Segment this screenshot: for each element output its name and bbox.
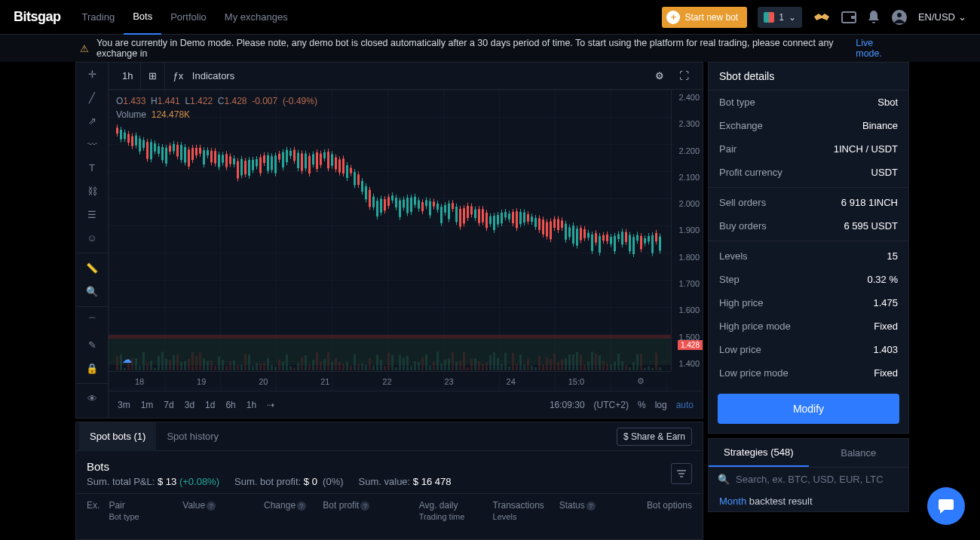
tf-1d[interactable]: 1d [205, 400, 215, 410]
svg-rect-372 [399, 355, 401, 370]
nav-portfolio[interactable]: Portfolio [161, 0, 216, 35]
tab-spot-bots[interactable]: Spot bots (1) [79, 422, 156, 451]
eye-tool-icon[interactable]: 👁 [76, 383, 108, 410]
avatar-icon[interactable] [891, 9, 908, 26]
indicators-button[interactable]: ƒx Indicators [164, 63, 242, 90]
trendline-tool-icon[interactable]: ╱ [76, 86, 108, 109]
cloud-icon[interactable]: ☁ [122, 354, 132, 365]
col-status[interactable]: Status? [559, 500, 618, 521]
svg-rect-413 [553, 353, 556, 370]
nav-trading[interactable]: Trading [73, 0, 124, 35]
col-profit[interactable]: Bot profit? [323, 500, 418, 521]
emoji-tool-icon[interactable]: ☺ [76, 226, 108, 250]
ruler-tool-icon[interactable]: 📏 [76, 253, 108, 280]
interval-selector[interactable]: 1h [115, 63, 140, 90]
svg-rect-158 [399, 201, 401, 217]
tab-spot-history[interactable]: Spot history [156, 422, 229, 451]
svg-rect-16 [131, 137, 133, 146]
tf-1h[interactable]: 1h [247, 400, 256, 410]
svg-rect-428 [610, 364, 612, 370]
nav-exchanges[interactable]: My exchanges [216, 0, 297, 35]
tf-3m[interactable]: 3m [118, 400, 130, 410]
svg-rect-44 [184, 147, 186, 162]
tz[interactable]: (UTC+2) [594, 400, 629, 410]
fib-tool-icon[interactable]: ⇗ [76, 109, 108, 133]
pattern-tool-icon[interactable]: ⛓ [76, 179, 108, 203]
svg-rect-88 [267, 155, 269, 171]
search-input[interactable] [736, 474, 899, 485]
col-pair[interactable]: PairBot type [109, 500, 182, 521]
log-toggle[interactable]: log [655, 400, 667, 410]
svg-rect-240 [553, 219, 556, 228]
crosshair-tool-icon[interactable]: ✛ [76, 63, 108, 86]
svg-rect-348 [308, 364, 311, 370]
range-tool-icon[interactable]: ☰ [76, 203, 108, 226]
svg-rect-276 [621, 232, 623, 244]
text-tool-icon[interactable]: T [76, 156, 108, 179]
svg-rect-24 [146, 142, 149, 158]
logo[interactable]: Bitsgap [14, 9, 61, 25]
svg-rect-356 [338, 362, 341, 370]
settings-icon[interactable]: ⚙ [648, 63, 672, 90]
svg-rect-208 [493, 216, 495, 230]
zoom-tool-icon[interactable]: 🔍 [76, 280, 108, 303]
backtest-link[interactable]: Month [719, 496, 746, 507]
col-daily[interactable]: Avg. dailyTrading time [419, 500, 493, 521]
svg-rect-425 [599, 355, 601, 370]
svg-rect-419 [576, 352, 578, 370]
wallet-icon[interactable] [841, 11, 856, 24]
language-selector[interactable]: EN/USD ⌄ [918, 11, 966, 23]
svg-rect-387 [455, 361, 458, 370]
tab-balance[interactable]: Balance [809, 439, 909, 467]
strategies-search: 🔍 [709, 468, 908, 491]
svg-rect-401 [508, 367, 510, 370]
start-new-bot-button[interactable]: + Start new bot [662, 7, 747, 28]
gear-icon[interactable]: ⚙ [637, 376, 645, 386]
tf-3d[interactable]: 3d [185, 400, 194, 410]
svg-rect-433 [629, 367, 631, 370]
col-change[interactable]: Change? [264, 500, 323, 521]
chat-bubble[interactable] [927, 487, 965, 525]
strategies-panel: Strategies (548) Balance 🔍 Month backtes… [708, 438, 909, 512]
svg-rect-370 [391, 354, 394, 370]
filter-button[interactable] [671, 463, 692, 484]
svg-rect-418 [572, 354, 574, 370]
tf-7d[interactable]: 7d [164, 400, 173, 410]
brush-tool-icon[interactable]: 〰 [76, 133, 108, 156]
col-trans[interactable]: TransactionsLevels [493, 500, 559, 521]
strategies-tabs: Strategies (548) Balance [709, 439, 908, 468]
svg-rect-124 [335, 158, 337, 170]
edit-tool-icon[interactable]: ✎ [76, 333, 108, 357]
tf-6h[interactable]: 6h [225, 400, 235, 410]
handshake-icon[interactable] [813, 11, 831, 24]
lock-tool-icon[interactable]: 🔒 [76, 357, 108, 380]
auto-toggle[interactable]: auto [676, 400, 694, 410]
fullscreen-icon[interactable]: ⛶ [672, 63, 697, 90]
svg-rect-352 [323, 359, 326, 370]
pct-toggle[interactable]: % [638, 400, 646, 410]
svg-rect-122 [331, 154, 333, 165]
svg-rect-224 [523, 213, 525, 222]
svg-rect-62 [218, 155, 220, 167]
tf-1m[interactable]: 1m [141, 400, 154, 410]
share-earn-button[interactable]: $ Share & Earn [617, 428, 692, 446]
svg-rect-316 [188, 359, 190, 370]
svg-rect-110 [308, 156, 311, 173]
svg-rect-100 [289, 151, 292, 156]
tab-strategies[interactable]: Strategies (548) [709, 439, 809, 467]
goto-icon[interactable]: ⇢ [267, 400, 274, 410]
bell-icon[interactable] [867, 10, 880, 25]
col-value[interactable]: Value? [182, 500, 264, 521]
candle-type-icon[interactable]: ⊞ [140, 63, 164, 90]
magnet-tool-icon[interactable]: ⌒ [76, 306, 108, 333]
svg-rect-327 [229, 361, 231, 370]
modify-button[interactable]: Modify [718, 394, 899, 424]
live-mode-link[interactable]: Live mode. [856, 38, 900, 59]
chart-canvas[interactable]: O1.433 H1.441 L1.422 C1.428 -0.007 (-0.4… [109, 90, 703, 391]
demo-selector[interactable]: 1 ⌄ [758, 7, 802, 28]
nav-bots[interactable]: Bots [124, 0, 161, 35]
col-options[interactable]: Bot options [618, 500, 692, 521]
svg-rect-246 [565, 224, 567, 240]
col-ex[interactable]: Ex. [87, 500, 109, 521]
svg-rect-320 [203, 358, 205, 370]
